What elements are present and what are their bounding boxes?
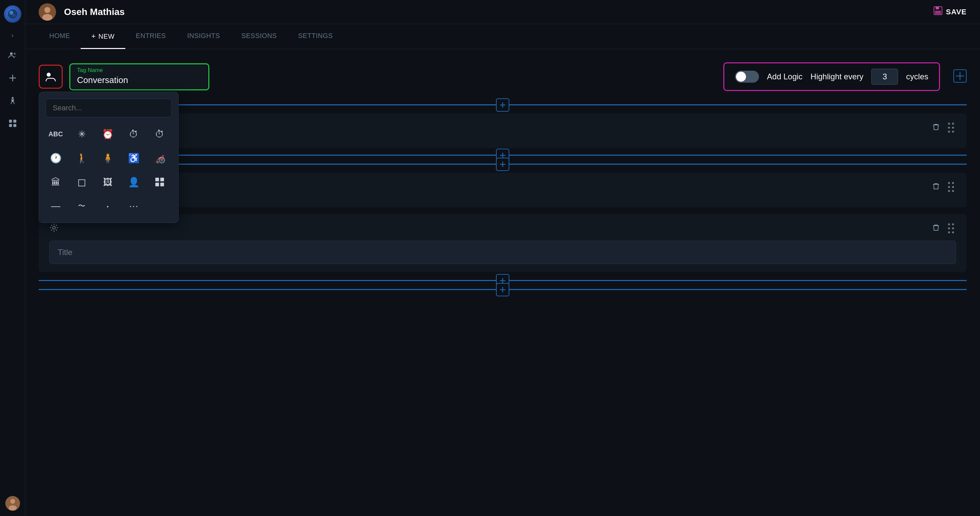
icon-minus[interactable]: —	[46, 196, 66, 216]
highlight-label: Highlight every	[811, 72, 864, 81]
tag-configuration-row: ABC ✳ ⏰ ⏱ ⏱ 🕐 🚶 🧍 ♿ 🦽 🏛 ◻ 🖼 👤	[39, 62, 967, 91]
card-2-delete[interactable]	[931, 181, 941, 194]
main-content: Oseh Mathias SAVE HOME + NEW ENTRIES INS…	[25, 0, 980, 516]
toggle-knob	[736, 72, 746, 82]
add-block-5[interactable]	[496, 283, 509, 296]
tag-name-field: Tag Name	[69, 63, 209, 90]
content-area: ABC ✳ ⏰ ⏱ ⏱ 🕐 🚶 🧍 ♿ 🦽 🏛 ◻ 🖼 👤	[25, 49, 980, 516]
svg-point-16	[45, 7, 50, 13]
icon-asterisk[interactable]: ✳	[72, 124, 92, 144]
card-1-actions	[931, 121, 956, 135]
card-3-actions	[931, 222, 956, 235]
icon-dot[interactable]: ·	[98, 196, 118, 216]
card-1-header	[49, 121, 956, 135]
add-block-1[interactable]	[496, 98, 509, 111]
sidebar-figure-icon[interactable]	[5, 93, 20, 108]
tab-settings[interactable]: SETTINGS	[287, 24, 343, 49]
sidebar: ›	[0, 0, 25, 516]
svg-rect-8	[9, 119, 12, 123]
tag-name-label: Tag Name	[77, 67, 202, 74]
add-block-3[interactable]	[496, 158, 509, 171]
svg-point-7	[12, 97, 14, 99]
connector-plus-top[interactable]	[953, 69, 967, 84]
save-button[interactable]: SAVE	[933, 6, 967, 18]
card-3-drag[interactable]	[947, 222, 956, 235]
logic-toggle[interactable]	[735, 71, 759, 83]
icon-selector-button[interactable]	[39, 65, 63, 89]
gear-icon-3	[49, 223, 59, 234]
tab-sessions[interactable]: SESSIONS	[231, 24, 287, 49]
topbar-avatar	[39, 3, 56, 21]
icon-stand[interactable]: 🧍	[98, 148, 118, 168]
svg-rect-24	[155, 183, 159, 186]
card-2-actions	[931, 181, 956, 194]
svg-point-3	[10, 53, 13, 55]
icon-portrait[interactable]: 🖼	[98, 172, 118, 192]
tab-home[interactable]: HOME	[39, 24, 81, 49]
icon-building[interactable]: 🏛	[46, 172, 66, 192]
icon-wallclock[interactable]: 🕐	[46, 148, 66, 168]
svg-point-4	[14, 53, 16, 55]
icon-square[interactable]: ◻	[72, 172, 92, 192]
svg-point-21	[47, 73, 51, 76]
icon-walk[interactable]: 🚶	[72, 148, 92, 168]
svg-point-2	[13, 14, 15, 17]
add-logic-label: Add Logic	[767, 72, 803, 81]
icon-picker-dropdown: ABC ✳ ⏰ ⏱ ⏱ 🕐 🚶 🧍 ♿ 🦽 🏛 ◻ 🖼 👤	[39, 92, 179, 223]
nav-tabs: HOME + NEW ENTRIES INSIGHTS SESSIONS SET…	[25, 24, 980, 49]
svg-rect-22	[155, 178, 159, 182]
icon-clock1[interactable]: ⏰	[98, 124, 118, 144]
icon-grid: ABC ✳ ⏰ ⏱ ⏱ 🕐 🚶 🧍 ♿ 🦽 🏛 ◻ 🖼 👤	[46, 124, 172, 216]
save-icon	[933, 6, 943, 18]
svg-point-14	[9, 505, 17, 511]
icon-ellipsis[interactable]: ⋯	[124, 196, 144, 216]
icon-person[interactable]: 👤	[124, 172, 144, 192]
card-3-delete[interactable]	[931, 222, 941, 235]
svg-point-36	[52, 226, 55, 229]
connector-5	[39, 289, 967, 290]
icon-abc[interactable]: ABC	[46, 124, 66, 144]
connector-4	[39, 280, 967, 281]
sidebar-people-icon[interactable]	[5, 48, 20, 63]
icon-clock2[interactable]: ⏱	[124, 124, 144, 144]
svg-rect-23	[160, 178, 164, 182]
topbar: Oseh Mathias SAVE	[25, 0, 980, 24]
tab-entries[interactable]: ENTRIES	[125, 24, 177, 49]
card-3-title-row	[49, 223, 59, 234]
tab-insights[interactable]: INSIGHTS	[177, 24, 231, 49]
icon-search-input[interactable]	[46, 99, 172, 117]
new-plus-icon: +	[91, 32, 95, 41]
icon-grid-square[interactable]	[150, 172, 170, 192]
svg-point-13	[10, 499, 15, 504]
svg-rect-25	[160, 183, 164, 186]
icon-clock3[interactable]: ⏱	[150, 124, 170, 144]
icon-wheelchair[interactable]: ♿	[124, 148, 144, 168]
tag-name-input[interactable]	[77, 75, 202, 85]
icon-wheelchair2[interactable]: 🦽	[150, 148, 170, 168]
card-3-title-input[interactable]	[49, 240, 956, 264]
task-card-3	[39, 214, 967, 272]
logic-box: Add Logic Highlight every cycles	[723, 62, 940, 91]
icon-wave[interactable]: 〜	[72, 196, 92, 216]
user-name: Oseh Mathias	[64, 7, 925, 18]
tab-new[interactable]: + NEW	[81, 24, 125, 49]
sidebar-grid-icon[interactable]	[5, 116, 20, 131]
svg-rect-20	[935, 11, 941, 14]
collapse-button[interactable]: ›	[8, 31, 18, 40]
card-1-drag[interactable]	[947, 121, 956, 135]
user-avatar-bottom[interactable]	[5, 496, 20, 511]
svg-point-1	[10, 11, 13, 15]
card-1-delete[interactable]	[931, 122, 941, 134]
card-3-header	[49, 222, 956, 235]
cycles-input[interactable]	[871, 68, 898, 84]
app-logo[interactable]	[4, 5, 21, 23]
card-2-drag[interactable]	[947, 181, 956, 194]
svg-rect-10	[9, 124, 12, 127]
svg-rect-11	[13, 124, 16, 127]
card-2-header: Task	[49, 181, 956, 194]
svg-rect-9	[13, 119, 16, 123]
sidebar-add-icon[interactable]	[5, 71, 20, 85]
cycles-label: cycles	[906, 72, 928, 81]
save-label: SAVE	[946, 8, 967, 16]
svg-point-17	[42, 14, 52, 21]
